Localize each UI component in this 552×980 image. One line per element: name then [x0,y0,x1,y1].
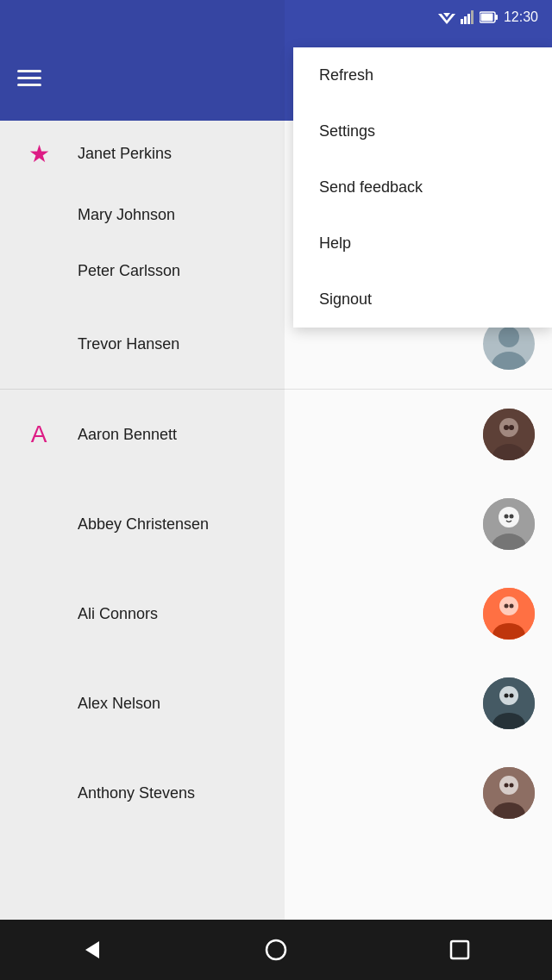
svg-point-18 [499,507,519,527]
contact-item-abbey-christensen[interactable]: Abbey Christensen [0,479,552,569]
recents-button[interactable] [448,938,472,962]
menu-item-signout[interactable]: Signout [293,272,552,328]
contact-item-ali-connors[interactable]: Ali Connors [0,569,552,659]
avatar-aaron [483,409,535,460]
contact-name: Anthony Stevens [78,784,483,802]
alpha-label-a: A [31,421,47,448]
avatar-svg [483,588,535,640]
menu-item-help[interactable]: Help [293,215,552,272]
svg-point-16 [509,425,514,430]
status-icons: 12:30 [438,9,538,25]
svg-rect-39 [451,941,468,958]
svg-point-20 [505,515,509,519]
svg-point-28 [499,686,518,705]
svg-rect-9 [480,14,492,22]
battery-icon [480,11,499,23]
svg-point-23 [499,596,518,615]
avatar-svg [483,409,535,460]
status-time: 12:30 [504,9,538,25]
avatar-svg [483,677,535,729]
svg-rect-4 [464,16,467,24]
svg-point-21 [510,515,514,519]
contact-item-aaron-bennett[interactable]: A Aaron Bennett [0,390,552,479]
svg-rect-5 [467,14,470,24]
avatar-abbey [483,498,535,550]
svg-point-10 [499,327,519,347]
back-icon [80,938,104,962]
contact-name: Trevor Hansen [78,335,483,353]
contact-item-alex-nelson[interactable]: Alex Nelson [0,659,552,748]
avatar-ali [483,588,535,640]
svg-point-31 [510,694,514,698]
hamburger-menu[interactable] [17,70,41,86]
svg-point-26 [510,604,514,609]
recents-icon [448,938,472,962]
svg-point-36 [510,783,514,788]
menu-item-settings[interactable]: Settings [293,103,552,159]
svg-marker-37 [85,941,99,958]
svg-point-11 [492,352,526,370]
menu-item-refresh[interactable]: Refresh [293,47,552,103]
contact-name: Ali Connors [78,605,483,623]
contact-name: Aaron Bennett [78,426,483,444]
avatar-alex [483,677,535,729]
star-section-label: ★ [17,140,60,168]
svg-rect-6 [471,10,474,24]
contact-item-anthony-stevens[interactable]: Anthony Stevens [0,748,552,838]
svg-point-38 [267,940,285,959]
home-button[interactable] [264,938,288,962]
svg-point-35 [505,783,509,788]
dropdown-menu: Refresh Settings Send feedback Help Sign… [293,47,552,328]
a-section-label: A [17,421,60,448]
avatar-svg [483,498,535,550]
svg-point-15 [504,425,509,430]
hamburger-line-2 [17,77,41,79]
back-button[interactable] [80,938,104,962]
hamburger-line-1 [17,70,41,72]
svg-rect-3 [461,19,463,24]
avatar-anthony [483,767,535,819]
home-icon [264,938,288,962]
svg-point-33 [499,776,518,795]
svg-rect-8 [495,15,498,20]
svg-point-25 [505,604,509,609]
contact-name: Alex Nelson [78,695,483,713]
menu-item-send-feedback[interactable]: Send feedback [293,159,552,215]
svg-point-30 [505,694,509,698]
hamburger-line-3 [17,84,41,86]
bottom-nav [0,920,552,980]
status-bar: 12:30 [0,0,552,34]
starred-icon: ★ [28,140,50,168]
avatar-svg [483,767,535,819]
wifi-icon [438,10,455,24]
contact-name: Abbey Christensen [78,515,483,534]
signal-icon [461,10,474,24]
